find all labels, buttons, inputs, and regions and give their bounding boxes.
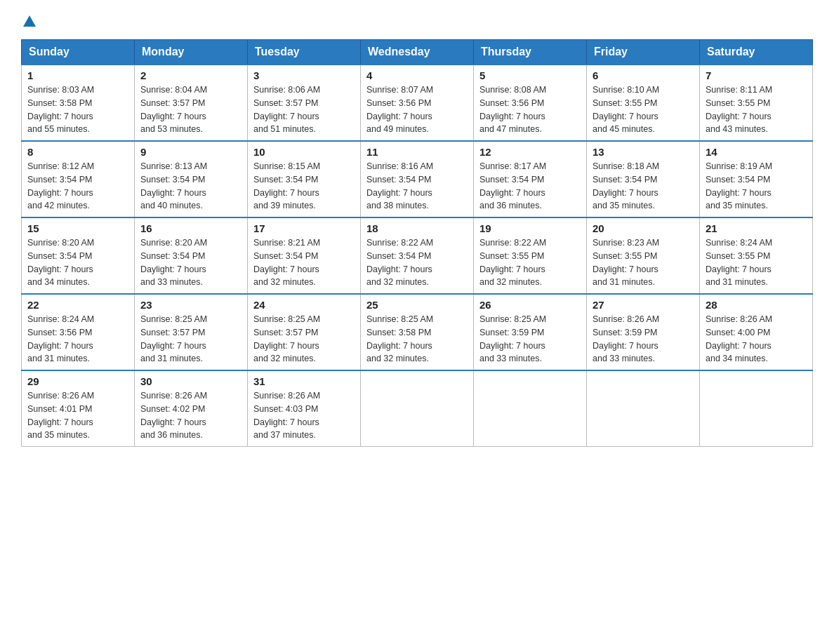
table-row	[361, 370, 474, 447]
day-number: 9	[140, 146, 241, 158]
day-number: 20	[593, 222, 694, 234]
day-info: Sunrise: 8:22 AMSunset: 3:55 PMDaylight:…	[479, 236, 581, 289]
day-info: Sunrise: 8:20 AMSunset: 3:54 PMDaylight:…	[27, 236, 128, 289]
col-tuesday: Tuesday	[248, 40, 361, 65]
table-row: 27 Sunrise: 8:26 AMSunset: 3:59 PMDaylig…	[587, 294, 700, 370]
table-row: 20 Sunrise: 8:23 AMSunset: 3:55 PMDaylig…	[587, 217, 700, 294]
day-info: Sunrise: 8:22 AMSunset: 3:54 PMDaylight:…	[366, 236, 468, 289]
svg-marker-0	[23, 15, 36, 27]
day-info: Sunrise: 8:13 AMSunset: 3:54 PMDaylight:…	[140, 160, 241, 213]
logo-triangle-icon	[22, 14, 37, 29]
table-row: 7 Sunrise: 8:11 AMSunset: 3:55 PMDayligh…	[700, 65, 813, 141]
table-row: 21 Sunrise: 8:24 AMSunset: 3:55 PMDaylig…	[700, 217, 813, 294]
table-row: 14 Sunrise: 8:19 AMSunset: 3:54 PMDaylig…	[700, 141, 813, 217]
col-friday: Friday	[587, 40, 700, 65]
day-info: Sunrise: 8:25 AMSunset: 3:59 PMDaylight:…	[479, 313, 581, 365]
day-number: 2	[140, 69, 241, 81]
table-row	[587, 370, 700, 447]
day-info: Sunrise: 8:26 AMSunset: 4:00 PMDaylight:…	[706, 313, 807, 365]
calendar-week-3: 15 Sunrise: 8:20 AMSunset: 3:54 PMDaylig…	[22, 217, 813, 294]
day-number: 30	[140, 375, 241, 387]
day-info: Sunrise: 8:17 AMSunset: 3:54 PMDaylight:…	[479, 160, 581, 213]
day-number: 10	[253, 146, 355, 158]
day-number: 5	[479, 69, 581, 81]
calendar-week-2: 8 Sunrise: 8:12 AMSunset: 3:54 PMDayligh…	[22, 141, 813, 217]
day-info: Sunrise: 8:15 AMSunset: 3:54 PMDaylight:…	[253, 160, 355, 213]
table-row	[700, 370, 813, 447]
table-row: 16 Sunrise: 8:20 AMSunset: 3:54 PMDaylig…	[135, 217, 248, 294]
day-number: 24	[253, 299, 355, 311]
col-sunday: Sunday	[22, 40, 135, 65]
day-info: Sunrise: 8:10 AMSunset: 3:55 PMDaylight:…	[593, 83, 694, 136]
table-row: 29 Sunrise: 8:26 AMSunset: 4:01 PMDaylig…	[22, 370, 135, 447]
table-row: 4 Sunrise: 8:07 AMSunset: 3:56 PMDayligh…	[361, 65, 474, 141]
day-number: 23	[140, 299, 241, 311]
table-row: 5 Sunrise: 8:08 AMSunset: 3:56 PMDayligh…	[474, 65, 587, 141]
logo	[21, 14, 38, 27]
day-info: Sunrise: 8:07 AMSunset: 3:56 PMDaylight:…	[366, 83, 468, 136]
table-row: 23 Sunrise: 8:25 AMSunset: 3:57 PMDaylig…	[135, 294, 248, 370]
table-row: 12 Sunrise: 8:17 AMSunset: 3:54 PMDaylig…	[474, 141, 587, 217]
day-number: 16	[140, 222, 241, 234]
day-info: Sunrise: 8:12 AMSunset: 3:54 PMDaylight:…	[27, 160, 128, 213]
col-monday: Monday	[135, 40, 248, 65]
day-number: 13	[593, 146, 694, 158]
table-row: 28 Sunrise: 8:26 AMSunset: 4:00 PMDaylig…	[700, 294, 813, 370]
day-info: Sunrise: 8:16 AMSunset: 3:54 PMDaylight:…	[366, 160, 468, 213]
day-number: 29	[27, 375, 128, 387]
table-row: 24 Sunrise: 8:25 AMSunset: 3:57 PMDaylig…	[248, 294, 361, 370]
day-info: Sunrise: 8:24 AMSunset: 3:55 PMDaylight:…	[706, 236, 807, 289]
day-number: 8	[27, 146, 128, 158]
day-number: 12	[479, 146, 581, 158]
day-number: 17	[253, 222, 355, 234]
day-number: 22	[27, 299, 128, 311]
calendar-header-row: Sunday Monday Tuesday Wednesday Thursday…	[22, 40, 813, 65]
table-row: 6 Sunrise: 8:10 AMSunset: 3:55 PMDayligh…	[587, 65, 700, 141]
day-info: Sunrise: 8:25 AMSunset: 3:58 PMDaylight:…	[366, 313, 468, 365]
table-row: 19 Sunrise: 8:22 AMSunset: 3:55 PMDaylig…	[474, 217, 587, 294]
table-row: 17 Sunrise: 8:21 AMSunset: 3:54 PMDaylig…	[248, 217, 361, 294]
day-info: Sunrise: 8:18 AMSunset: 3:54 PMDaylight:…	[593, 160, 694, 213]
table-row: 26 Sunrise: 8:25 AMSunset: 3:59 PMDaylig…	[474, 294, 587, 370]
day-number: 1	[27, 69, 128, 81]
table-row: 9 Sunrise: 8:13 AMSunset: 3:54 PMDayligh…	[135, 141, 248, 217]
day-number: 11	[366, 146, 468, 158]
table-row: 10 Sunrise: 8:15 AMSunset: 3:54 PMDaylig…	[248, 141, 361, 217]
calendar-week-4: 22 Sunrise: 8:24 AMSunset: 3:56 PMDaylig…	[22, 294, 813, 370]
calendar-week-5: 29 Sunrise: 8:26 AMSunset: 4:01 PMDaylig…	[22, 370, 813, 447]
table-row: 2 Sunrise: 8:04 AMSunset: 3:57 PMDayligh…	[135, 65, 248, 141]
day-info: Sunrise: 8:19 AMSunset: 3:54 PMDaylight:…	[706, 160, 807, 213]
day-number: 27	[593, 299, 694, 311]
table-row: 18 Sunrise: 8:22 AMSunset: 3:54 PMDaylig…	[361, 217, 474, 294]
day-info: Sunrise: 8:03 AMSunset: 3:58 PMDaylight:…	[27, 83, 128, 136]
table-row: 31 Sunrise: 8:26 AMSunset: 4:03 PMDaylig…	[248, 370, 361, 447]
table-row: 13 Sunrise: 8:18 AMSunset: 3:54 PMDaylig…	[587, 141, 700, 217]
day-number: 15	[27, 222, 128, 234]
day-info: Sunrise: 8:24 AMSunset: 3:56 PMDaylight:…	[27, 313, 128, 365]
day-info: Sunrise: 8:04 AMSunset: 3:57 PMDaylight:…	[140, 83, 241, 136]
day-info: Sunrise: 8:11 AMSunset: 3:55 PMDaylight:…	[706, 83, 807, 136]
day-number: 31	[253, 375, 355, 387]
table-row: 11 Sunrise: 8:16 AMSunset: 3:54 PMDaylig…	[361, 141, 474, 217]
table-row: 8 Sunrise: 8:12 AMSunset: 3:54 PMDayligh…	[22, 141, 135, 217]
day-number: 7	[706, 69, 807, 81]
day-info: Sunrise: 8:20 AMSunset: 3:54 PMDaylight:…	[140, 236, 241, 289]
day-info: Sunrise: 8:26 AMSunset: 3:59 PMDaylight:…	[593, 313, 694, 365]
table-row: 22 Sunrise: 8:24 AMSunset: 3:56 PMDaylig…	[22, 294, 135, 370]
col-saturday: Saturday	[700, 40, 813, 65]
day-info: Sunrise: 8:21 AMSunset: 3:54 PMDaylight:…	[253, 236, 355, 289]
day-info: Sunrise: 8:23 AMSunset: 3:55 PMDaylight:…	[593, 236, 694, 289]
day-info: Sunrise: 8:08 AMSunset: 3:56 PMDaylight:…	[479, 83, 581, 136]
table-row: 1 Sunrise: 8:03 AMSunset: 3:58 PMDayligh…	[22, 65, 135, 141]
day-info: Sunrise: 8:25 AMSunset: 3:57 PMDaylight:…	[140, 313, 241, 365]
col-thursday: Thursday	[474, 40, 587, 65]
day-number: 14	[706, 146, 807, 158]
calendar-week-1: 1 Sunrise: 8:03 AMSunset: 3:58 PMDayligh…	[22, 65, 813, 141]
table-row: 30 Sunrise: 8:26 AMSunset: 4:02 PMDaylig…	[135, 370, 248, 447]
col-wednesday: Wednesday	[361, 40, 474, 65]
day-number: 26	[479, 299, 581, 311]
day-number: 6	[593, 69, 694, 81]
day-number: 28	[706, 299, 807, 311]
day-info: Sunrise: 8:26 AMSunset: 4:01 PMDaylight:…	[27, 389, 128, 442]
day-number: 4	[366, 69, 468, 81]
